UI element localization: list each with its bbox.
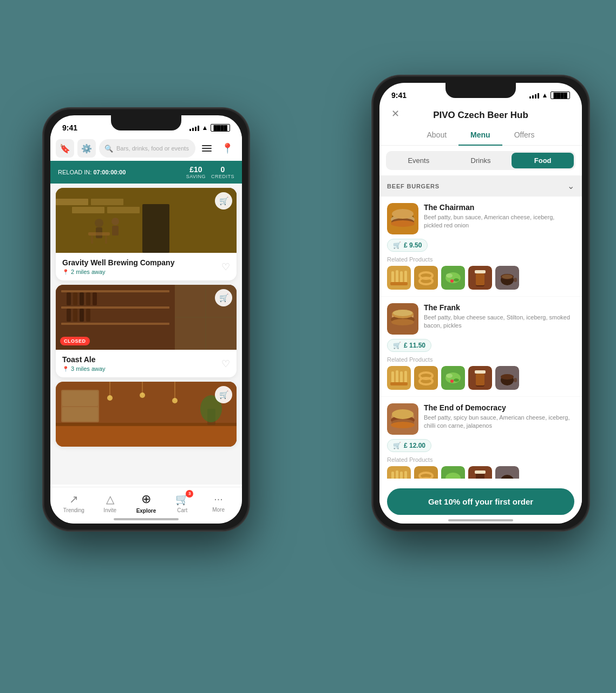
saving-label: SAVING: [186, 174, 206, 179]
cta-section: Get 10% off your first order: [379, 483, 582, 524]
close-button[interactable]: ✕: [387, 106, 403, 122]
svg-rect-19: [73, 292, 77, 305]
democracy-name: The End of Democracy: [424, 403, 574, 412]
nav-more[interactable]: ··· More: [205, 493, 232, 513]
search-bar[interactable]: 🔍 Bars, drinks, food or events: [99, 139, 195, 158]
phone-right-screen: 9:41 ▲ ████ ✕ PIVO Czech Beer Hub About: [379, 83, 582, 524]
related-rings-1[interactable]: [414, 266, 438, 290]
svg-point-41: [172, 398, 178, 403]
section-beef-burgers[interactable]: BEEF BURGERS ⌄: [379, 175, 582, 197]
related-fries-2[interactable]: [387, 366, 411, 390]
svg-rect-23: [67, 309, 71, 322]
svg-point-115: [420, 478, 432, 479]
tab-offers[interactable]: Offers: [502, 125, 547, 146]
nav-explore[interactable]: ⊕ Explore: [133, 492, 160, 514]
venue-cart-gravity[interactable]: 🛒: [215, 192, 232, 210]
saving-amount: £10: [186, 165, 206, 174]
phone-left: 9:41 ▲ ████ 🔖 ⚙️ 🔍 Bars: [43, 108, 249, 531]
related-salad-2[interactable]: [441, 366, 465, 390]
gear-icon: ⚙️: [81, 143, 92, 154]
wifi-icon: ▲: [202, 124, 208, 132]
nav-invite[interactable]: △ Invite: [96, 493, 123, 513]
venue-cart-bar[interactable]: 🛒: [215, 386, 232, 403]
related-products-frank: [387, 366, 574, 390]
venue-cart-toast[interactable]: 🛒: [215, 289, 232, 306]
related-rings-3[interactable]: [414, 466, 438, 479]
related-salad-3[interactable]: [441, 466, 465, 479]
location-pin-icon: 📍: [62, 269, 69, 275]
favorite-icon-gravity[interactable]: ♡: [221, 261, 230, 273]
venue-card-toast[interactable]: CLOSED 🛒 Toast Ale 📍 3 miles away ♡: [56, 285, 237, 377]
related-beer-1[interactable]: [468, 266, 492, 290]
svg-rect-11: [88, 232, 110, 236]
venue-name-toast: Toast Ale: [62, 355, 106, 364]
svg-rect-32: [62, 391, 98, 406]
svg-rect-107: [387, 466, 411, 479]
frank-price[interactable]: 🛒 £ 11.50: [387, 339, 431, 352]
svg-rect-20: [80, 292, 84, 305]
menu-item-democracy[interactable]: The End of Democracy Beef patty, spicy b…: [379, 397, 582, 479]
credits-amount: 0: [211, 165, 234, 174]
svg-rect-111: [404, 471, 407, 479]
related-fries-3[interactable]: [387, 466, 411, 479]
svg-point-49: [392, 209, 414, 219]
related-label-frank: Related Products: [387, 356, 574, 363]
chairman-price[interactable]: 🛒 £ 9.50: [387, 239, 428, 252]
related-coffee-3[interactable]: [495, 466, 519, 479]
cta-button[interactable]: Get 10% off your first order: [387, 488, 574, 515]
settings-button[interactable]: ⚙️: [77, 139, 96, 158]
svg-rect-17: [61, 323, 169, 325]
nav-more-label: More: [212, 507, 225, 513]
tab-menu[interactable]: Menu: [458, 125, 502, 146]
nav-cart[interactable]: 🛒 3 Cart: [169, 493, 196, 513]
svg-point-105: [391, 422, 415, 428]
chairman-image: [387, 203, 418, 234]
tab-about[interactable]: About: [415, 125, 458, 146]
related-salad-1[interactable]: [441, 266, 465, 290]
close-icon: ✕: [391, 108, 399, 120]
related-products-chairman: [387, 266, 574, 290]
svg-rect-6: [142, 204, 169, 253]
battery-icon: ████: [211, 124, 230, 132]
svg-point-76: [391, 319, 414, 325]
menu-item-chairman[interactable]: The Chairman Beef patty, bun sauce, Amer…: [379, 197, 582, 296]
related-beer-3[interactable]: [468, 466, 492, 479]
menu-item-frank[interactable]: The Frank Beef patty, blue cheese sauce,…: [379, 297, 582, 396]
democracy-price[interactable]: 🛒 £ 12.00: [387, 439, 431, 452]
menu-button[interactable]: [199, 140, 215, 156]
related-fries-1[interactable]: [387, 266, 411, 290]
location-pin-button[interactable]: 📍: [218, 139, 237, 158]
svg-rect-100: [514, 378, 517, 382]
credits-label: CREDITS: [211, 174, 234, 179]
location-icon: 📍: [221, 142, 233, 154]
svg-rect-4: [72, 207, 104, 213]
tab-drinks[interactable]: Drinks: [450, 153, 512, 168]
venue-card-gravity[interactable]: 🛒 Gravity Well Brewing Company 📍 2 miles…: [56, 188, 237, 280]
bookmark-icon: 🔖: [60, 143, 70, 154]
toolbar: 🔖 ⚙️ 🔍 Bars, drinks, food or events 📍: [50, 136, 242, 161]
venue-card-bar[interactable]: 🛒: [56, 382, 237, 447]
svg-rect-3: [91, 199, 123, 205]
tab-food[interactable]: Food: [512, 153, 574, 168]
chairman-name: The Chairman: [424, 203, 574, 212]
related-coffee-1[interactable]: [495, 266, 519, 290]
phone-left-screen: 9:41 ▲ ████ 🔖 ⚙️ 🔍 Bars: [50, 115, 242, 524]
cart-icon-democracy: 🛒: [393, 442, 401, 449]
svg-rect-50: [387, 266, 411, 290]
related-coffee-2[interactable]: [495, 366, 519, 390]
signal-icon: [189, 125, 199, 131]
venue-info-toast: Toast Ale 📍 3 miles away ♡: [56, 350, 237, 377]
time-left: 9:41: [62, 123, 77, 132]
svg-point-72: [502, 274, 513, 279]
svg-point-99: [501, 374, 514, 380]
tab-events[interactable]: Events: [388, 153, 450, 168]
related-rings-2[interactable]: [414, 366, 438, 390]
nav-trending[interactable]: ↗ Trending: [60, 493, 87, 513]
svg-rect-25: [80, 309, 84, 322]
related-beer-2[interactable]: [468, 366, 492, 390]
location-pin-icon-toast: 📍: [62, 366, 69, 372]
svg-rect-10: [112, 226, 119, 236]
section-title: BEEF BURGERS: [387, 183, 440, 189]
bookmark-button[interactable]: 🔖: [56, 139, 74, 158]
favorite-icon-toast[interactable]: ♡: [221, 358, 230, 370]
